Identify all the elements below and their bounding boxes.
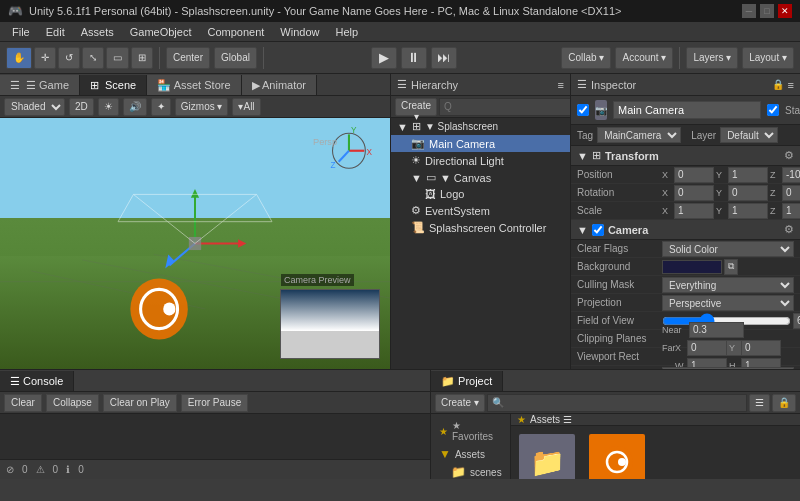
camera-header[interactable]: ▼ Camera ⚙ [571, 220, 800, 240]
menu-gameobject[interactable]: GameObject [122, 24, 200, 40]
sidebar-scenes[interactable]: 📁 scenes [435, 463, 506, 479]
close-button[interactable]: ✕ [778, 4, 792, 18]
rot-y-input[interactable] [728, 185, 768, 201]
rotate-tool[interactable]: ↺ [58, 47, 80, 69]
menu-assets[interactable]: Assets [73, 24, 122, 40]
rot-z-input[interactable] [782, 185, 800, 201]
inspector-menu-icon[interactable]: ≡ [788, 79, 794, 91]
clear-flags-select[interactable]: Solid Color [662, 241, 794, 257]
static-checkbox[interactable] [767, 104, 779, 116]
all-button[interactable]: ▾All [232, 98, 260, 116]
layout-button[interactable]: Layout ▾ [742, 47, 794, 69]
scene-viewport[interactable]: X Y Z Persp Camera Preview [0, 118, 390, 369]
tab-game[interactable]: ☰ ☰ Game [0, 75, 80, 95]
projection-row: Projection Perspective [571, 294, 800, 312]
pos-y-input[interactable] [728, 167, 768, 183]
transform-header[interactable]: ▼ ⊞ Transform ⚙ [571, 146, 800, 166]
project-list-btn[interactable]: ☰ [749, 394, 770, 412]
gizmos-button[interactable]: Gizmos ▾ [175, 98, 229, 116]
move-tool[interactable]: ✛ [34, 47, 56, 69]
global-button[interactable]: Global [214, 47, 257, 69]
account-button[interactable]: Account ▾ [615, 47, 673, 69]
tab-asset-store[interactable]: 🏪 Asset Store [147, 75, 241, 95]
project-lock-btn[interactable]: 🔒 [772, 394, 796, 412]
object-name-input[interactable] [613, 101, 761, 119]
scl-y-input[interactable] [728, 203, 768, 219]
layers-button[interactable]: Layers ▾ [686, 47, 738, 69]
scale-tool[interactable]: ⤡ [82, 47, 104, 69]
project-create-btn[interactable]: Create ▾ [435, 394, 485, 412]
step-button[interactable]: ⏭ [431, 47, 457, 69]
scl-x-input[interactable] [674, 203, 714, 219]
center-button[interactable]: Center [166, 47, 210, 69]
vp-x-input[interactable] [687, 340, 727, 356]
tab-console[interactable]: ☰ Console [0, 371, 74, 391]
menu-edit[interactable]: Edit [38, 24, 73, 40]
hand-tool[interactable]: ✋ [6, 47, 32, 69]
menu-window[interactable]: Window [272, 24, 327, 40]
svg-point-17 [130, 278, 187, 339]
menu-component[interactable]: Component [199, 24, 272, 40]
shaded-select[interactable]: Shaded [4, 98, 65, 116]
pos-z-input[interactable] [782, 167, 800, 183]
light-button[interactable]: ☀ [98, 98, 119, 116]
tag-select[interactable]: MainCamera [597, 127, 681, 143]
clear-btn[interactable]: Clear [4, 394, 42, 412]
minimize-button[interactable]: ─ [742, 4, 756, 18]
lock-icon[interactable]: 🔒 [772, 79, 784, 90]
hierarchy-item-logo[interactable]: 🖼 Logo [391, 186, 570, 202]
culling-mask-select[interactable]: Everything [662, 277, 794, 293]
hierarchy-item-splashscreen[interactable]: 📜 Splashscreen Controller [391, 219, 570, 236]
transform-tool[interactable]: ⊞ [131, 47, 153, 69]
vp-y-input[interactable] [741, 340, 781, 356]
hierarchy-menu-icon[interactable]: ≡ [558, 79, 564, 91]
transform-gear-icon[interactable]: ⚙ [784, 149, 794, 162]
background-color-swatch[interactable] [662, 260, 722, 274]
rot-x-input[interactable] [674, 185, 714, 201]
sidebar-assets[interactable]: ▼ Assets [435, 445, 506, 463]
tab-animator[interactable]: ▶ Animator [242, 75, 317, 95]
scale-value: X Y Z [662, 203, 800, 219]
background-picker-btn[interactable]: ⧉ [724, 259, 738, 275]
camera-active-checkbox[interactable] [592, 224, 604, 236]
camera-gear-icon[interactable]: ⚙ [784, 223, 794, 236]
clear-on-play-btn[interactable]: Clear on Play [103, 394, 177, 412]
inspector-title: Inspector [591, 79, 636, 91]
background-value: ⧉ [662, 259, 794, 275]
hierarchy-item-canvas[interactable]: ▼ ▭ ▼ Canvas [391, 169, 570, 186]
collapse-btn[interactable]: Collapse [46, 394, 99, 412]
pause-button[interactable]: ⏸ [401, 47, 427, 69]
near-label: Near [662, 325, 687, 335]
hierarchy-create-btn[interactable]: Create ▾ [395, 98, 437, 116]
pos-x-input[interactable] [674, 167, 714, 183]
object-active-checkbox[interactable] [577, 104, 589, 116]
projection-select[interactable]: Perspective [662, 295, 794, 311]
collab-button[interactable]: Collab ▾ [561, 47, 611, 69]
error-pause-btn[interactable]: Error Pause [181, 394, 248, 412]
audio-button[interactable]: 🔊 [123, 98, 147, 116]
fov-input[interactable] [793, 313, 800, 329]
asset-scripts-folder[interactable]: 📁 scripts [515, 430, 579, 479]
hierarchy-item-eventsystem[interactable]: ⚙ EventSystem [391, 202, 570, 219]
hierarchy-item-main-camera[interactable]: 📷 Main Camera [391, 135, 570, 152]
layer-select[interactable]: Default [720, 127, 778, 143]
asset-blender[interactable]: Blender_Lo... [585, 430, 649, 479]
hierarchy-item-directional-light[interactable]: ☀ Directional Light [391, 152, 570, 169]
console-content [0, 414, 430, 459]
rect-tool[interactable]: ▭ [106, 47, 129, 69]
near-input[interactable] [689, 322, 744, 338]
fx-button[interactable]: ✦ [151, 98, 171, 116]
project-search[interactable] [487, 394, 747, 412]
clear-flags-label: Clear Flags [577, 243, 662, 254]
menu-file[interactable]: File [4, 24, 38, 40]
2d-button[interactable]: 2D [69, 98, 94, 116]
play-button[interactable]: ▶ [371, 47, 397, 69]
tab-project[interactable]: 📁 Project [431, 371, 503, 391]
hierarchy-root[interactable]: ▼ ⊞ ▼ Splashscreen [391, 118, 570, 135]
scl-z-input[interactable] [782, 203, 800, 219]
tab-scene[interactable]: ⊞ Scene [80, 75, 147, 95]
canvas-label: ▼ Canvas [440, 172, 491, 184]
hierarchy-search[interactable] [439, 98, 576, 116]
menu-help[interactable]: Help [327, 24, 366, 40]
maximize-button[interactable]: □ [760, 4, 774, 18]
